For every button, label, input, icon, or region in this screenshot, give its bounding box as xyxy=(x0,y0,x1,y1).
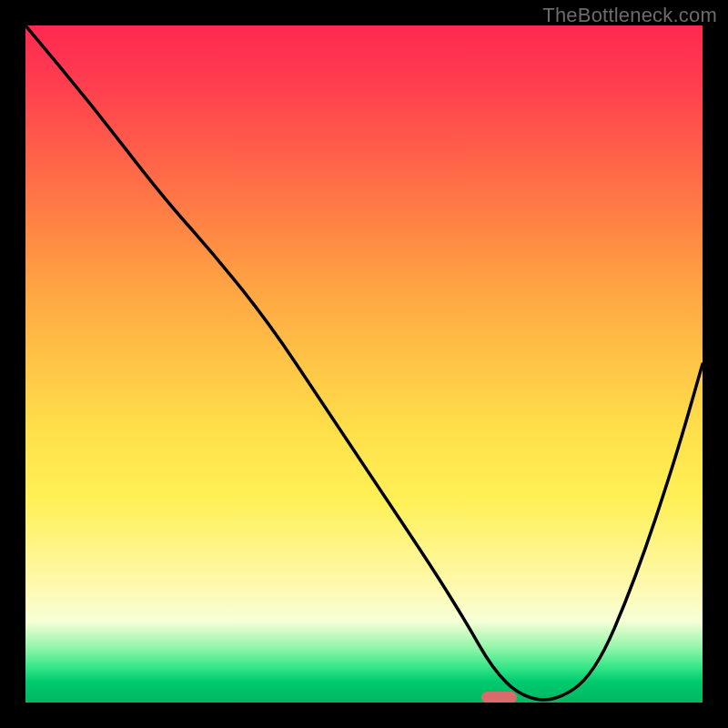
optimal-marker xyxy=(481,692,517,703)
bottleneck-curve xyxy=(25,25,703,700)
chart-frame: TheBottleneck.com xyxy=(0,0,728,728)
plot-area xyxy=(25,25,703,703)
curve-svg xyxy=(25,25,703,703)
watermark-text: TheBottleneck.com xyxy=(542,4,717,27)
